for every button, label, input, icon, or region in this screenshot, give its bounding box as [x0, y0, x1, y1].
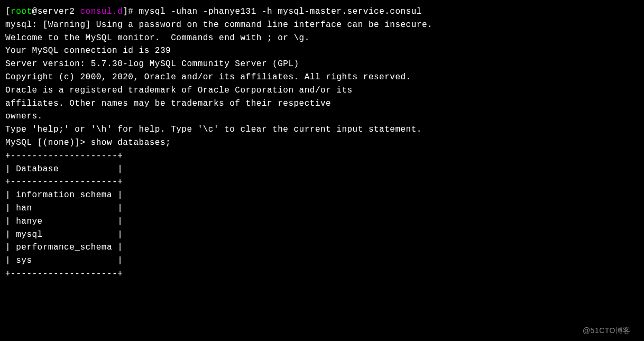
output-line: Copyright (c) 2000, 2020, Oracle and/or …	[5, 71, 639, 84]
mysql-command: show databases;	[91, 138, 171, 148]
prompt-host: server2	[38, 7, 80, 16]
table-row: | han |	[5, 202, 639, 215]
output-line: affiliates. Other names may be trademark…	[5, 97, 639, 110]
prompt-dir: consul.d	[80, 7, 123, 16]
prompt-at: @	[32, 7, 38, 16]
prompt-open-bracket: [	[5, 7, 11, 16]
table-row: | hanye |	[5, 215, 639, 228]
command-text: mysql -uhan -phanye131 -h mysql-master.s…	[139, 7, 422, 16]
table-border: +--------------------+	[5, 150, 639, 163]
output-line: Type 'help;' or '\h' for help. Type '\c'…	[5, 123, 639, 136]
mysql-prompt-line: MySQL [(none)]> show databases;	[5, 136, 639, 150]
output-line: Oracle is a registered trademark of Orac…	[5, 84, 639, 97]
watermark: @51CTO博客	[583, 325, 631, 337]
output-line: mysql: [Warning] Using a password on the…	[5, 19, 639, 32]
mysql-prompt: MySQL [(none)]>	[5, 138, 91, 148]
table-border: +--------------------+	[5, 268, 639, 281]
output-line: Welcome to the MySQL monitor. Commands e…	[5, 32, 639, 45]
table-row: | information_schema |	[5, 189, 639, 202]
table-row: | performance_schema |	[5, 241, 639, 254]
table-row: | mysql |	[5, 228, 639, 242]
terminal-window[interactable]: [root@server2 consul.d]# mysql -uhan -ph…	[5, 5, 639, 281]
prompt-close: ]#	[123, 7, 139, 16]
output-line: owners.	[5, 110, 639, 123]
output-line: Server version: 5.7.30-log MySQL Communi…	[5, 58, 639, 71]
table-border: +--------------------+	[5, 176, 639, 189]
table-row: | sys |	[5, 254, 639, 268]
output-line: Your MySQL connection id is 239	[5, 44, 639, 58]
table-header: | Database |	[5, 163, 639, 176]
prompt-line: [root@server2 consul.d]# mysql -uhan -ph…	[5, 5, 639, 19]
prompt-user: root	[11, 7, 32, 16]
